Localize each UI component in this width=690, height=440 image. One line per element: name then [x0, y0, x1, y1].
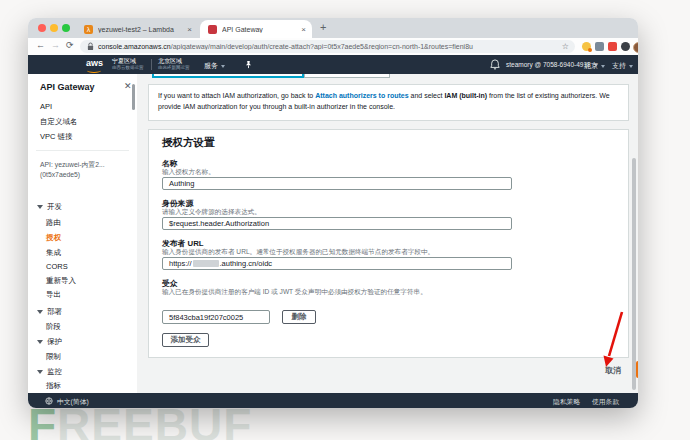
close-tab-icon[interactable]: ×: [187, 25, 192, 34]
chevron-down-icon: [629, 65, 633, 68]
browser-window: λ yezuwei-test2 – Lambda × API Gateway ×…: [28, 18, 638, 408]
chevron-down-icon: [221, 65, 225, 68]
sidebar-section-protect[interactable]: 保护: [37, 337, 62, 347]
language-selector[interactable]: 中文(简体): [57, 397, 89, 407]
url-domain: console.amazonaws.cn: [98, 43, 171, 50]
sidebar-close-icon[interactable]: ✕: [124, 81, 132, 91]
services-menu[interactable]: 服务: [204, 61, 225, 71]
sidebar-api-id: (0t5x7aede5): [40, 171, 80, 178]
attach-authorizers-link[interactable]: Attach authorizers to routes: [315, 92, 408, 99]
region-selector[interactable]: 北京: [584, 61, 605, 71]
sidebar-item-metrics[interactable]: 指标: [46, 381, 61, 391]
name-input[interactable]: Authing: [162, 177, 512, 190]
globe-icon: [45, 397, 53, 405]
support-menu[interactable]: 支持: [612, 61, 633, 71]
aws-console-footer: 中文(简体) 隐私策略 使用条款: [28, 393, 638, 408]
sidebar-section-monitor[interactable]: 监控: [37, 367, 62, 377]
iam-info-text: If you want to attach IAM authorization,…: [149, 85, 628, 119]
extension-icon[interactable]: [621, 42, 630, 51]
sidebar-item-throttling[interactable]: 限制: [46, 352, 61, 362]
url-path: /apigateway/main/develop/auth/create-att…: [171, 43, 473, 50]
reload-icon[interactable]: ⟳: [66, 40, 74, 50]
delete-audience-button[interactable]: 删除: [282, 310, 316, 324]
triangle-down-icon: [37, 370, 43, 374]
sidebar-item-routes[interactable]: 路由: [46, 218, 61, 228]
sidebar-scrollbar[interactable]: [132, 84, 135, 110]
issuer-url-help: 输入身份提供商的发布者 URL。通常位于授权服务器的已知元数据终端节点的发布者字…: [162, 248, 434, 257]
pin-icon[interactable]: [244, 60, 253, 69]
notifications-bell-icon[interactable]: [490, 59, 500, 70]
close-window-button[interactable]: [38, 24, 46, 32]
form-title: 授权方设置: [162, 136, 215, 150]
sidebar-item-stages[interactable]: 阶段: [46, 322, 61, 332]
sidebar-item-vpc-links[interactable]: VPC 链接: [40, 132, 73, 142]
service-sidebar: API Gateway ✕ API 自定义域名 VPC 链接 API: yezu…: [28, 74, 138, 393]
main-content: If you want to attach IAM authorization,…: [137, 74, 638, 393]
audience-help: 输入已在身份提供商注册的客户端 ID 或 JWT 受众声明中必须由授权方验证的任…: [162, 288, 427, 297]
browser-tabstrip: λ yezuwei-test2 – Lambda × API Gateway ×…: [28, 18, 638, 38]
screenshot-root: FREEBUF λ yezuwei-test2 – Lambda × API G…: [0, 0, 690, 440]
sidebar-item-authorization[interactable]: 授权: [46, 233, 61, 243]
forward-icon[interactable]: →: [51, 40, 60, 50]
triangle-down-icon: [37, 205, 43, 209]
minimize-window-button[interactable]: [50, 24, 58, 32]
authorizer-settings-card: 授权方设置 名称 输入授权方名称。 Authing 身份来源 请输入定义令牌源的…: [148, 129, 629, 358]
region-ningxia: 宁夏区域 由西云数据运营: [112, 58, 144, 70]
new-tab-button[interactable]: +: [320, 21, 326, 33]
lock-icon: [87, 42, 94, 51]
sidebar-section-develop[interactable]: 开发: [37, 202, 62, 212]
sidebar-item-cors[interactable]: CORS: [46, 262, 68, 271]
aws-console-header: aws 宁夏区域 由西云数据运营 北京区域 由光环新网运营 服务 steamor…: [28, 55, 638, 74]
name-help: 输入授权方名称。: [162, 168, 215, 177]
header-divider: [151, 59, 152, 70]
audience-input[interactable]: 5f843cba19f207c0025: [162, 310, 270, 324]
triangle-down-icon: [37, 310, 43, 314]
url-text: console.amazonaws.cn/apigateway/main/dev…: [98, 43, 556, 50]
triangle-down-icon: [37, 340, 43, 344]
sidebar-title: API Gateway: [40, 82, 95, 92]
identity-source-help: 请输入定义令牌源的选择表达式。: [162, 208, 261, 217]
tab-title: yezuwei-test2 – Lambda: [98, 26, 181, 33]
cancel-button[interactable]: 取消: [605, 365, 621, 376]
zoom-window-button[interactable]: [62, 24, 70, 32]
back-icon[interactable]: ←: [36, 40, 45, 50]
privacy-link[interactable]: 隐私策略: [553, 397, 580, 407]
sidebar-item-reimport[interactable]: 重新导入: [46, 276, 76, 286]
tab-lambda[interactable]: λ yezuwei-test2 – Lambda ×: [76, 20, 198, 38]
extension-icon[interactable]: [608, 42, 617, 51]
extension-icon[interactable]: [582, 42, 591, 51]
iam-info-card: If you want to attach IAM authorization,…: [148, 84, 629, 121]
tab-api-gateway[interactable]: API Gateway ×: [200, 20, 312, 38]
sidebar-item-integrations[interactable]: 集成: [46, 248, 61, 258]
sidebar-item-export[interactable]: 导出: [46, 290, 61, 300]
address-bar[interactable]: console.amazonaws.cn/apigateway/main/dev…: [80, 40, 575, 53]
sidebar-item-api[interactable]: API: [40, 102, 52, 111]
sidebar-divider: [36, 150, 129, 151]
profile-avatar[interactable]: [633, 42, 638, 53]
chevron-down-icon: [601, 65, 605, 68]
terms-link[interactable]: 使用条款: [592, 397, 619, 407]
browser-toolbar: ← → ⟳ console.amazonaws.cn/apigateway/ma…: [28, 38, 638, 56]
lambda-favicon-icon: λ: [84, 25, 93, 34]
sidebar-section-deploy[interactable]: 部署: [37, 307, 62, 317]
sidebar-api-name: API: yezuwei-内置2...: [40, 160, 105, 170]
close-tab-icon[interactable]: ×: [301, 25, 306, 34]
create-and-attach-button[interactable]: 创建并附加: [636, 361, 638, 378]
sidebar-item-custom-domains[interactable]: 自定义域名: [40, 117, 78, 127]
identity-source-input[interactable]: $request.header.Authorization: [162, 217, 512, 230]
api-gateway-favicon-icon: [208, 25, 217, 34]
aws-logo[interactable]: aws: [86, 58, 103, 68]
issuer-url-input[interactable]: https://.authing.cn/oidc: [162, 257, 512, 270]
bookmark-star-icon[interactable]: ☆: [562, 42, 569, 51]
tab-title: API Gateway: [222, 26, 295, 33]
redacted-text: [193, 260, 219, 267]
region-beijing: 北京区域 由光环新网运营: [158, 58, 190, 70]
add-audience-button[interactable]: 添加受众: [162, 333, 209, 347]
content-scrollbar[interactable]: [632, 158, 636, 390]
extension-icon[interactable]: [595, 42, 604, 51]
